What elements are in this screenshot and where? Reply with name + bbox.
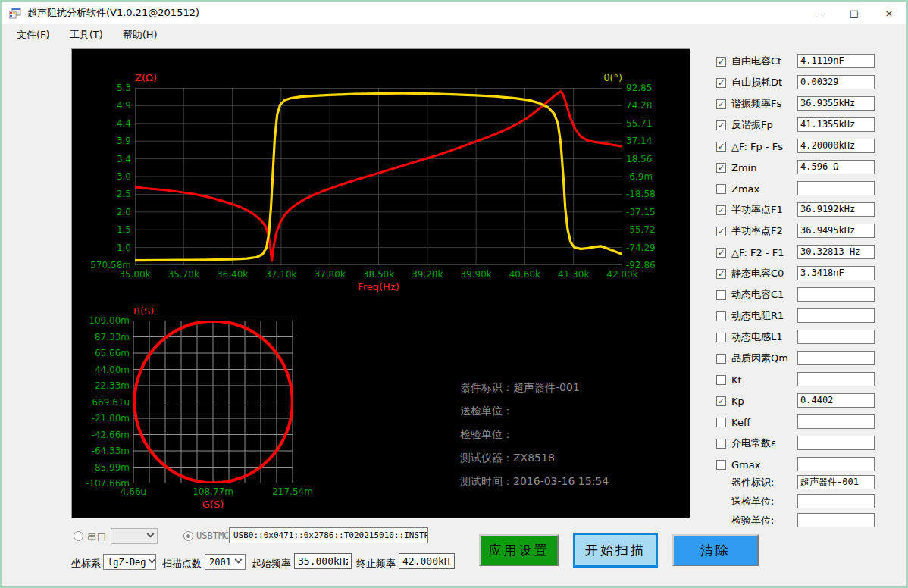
checkbox-c1[interactable] <box>716 290 726 300</box>
menu-tools[interactable]: 工具(T) <box>65 26 108 44</box>
checkbox-eps[interactable] <box>716 439 726 449</box>
axis-tick: 5.3 <box>117 83 131 93</box>
clear-button[interactable]: 清除 <box>672 534 759 566</box>
axis-tick: 42.00k <box>606 269 637 280</box>
axis-tick: 92.85 <box>626 83 652 93</box>
result-row-fs: ✓谐振频率Fs36.9355kHz <box>710 93 881 114</box>
value-c1[interactable] <box>797 287 875 302</box>
menu-file[interactable]: 文件(F) <box>12 26 55 44</box>
value-inspect-unit[interactable] <box>797 513 875 527</box>
value-dt[interactable]: 0.00329 <box>797 75 875 89</box>
label-gmax: Gmax <box>731 459 760 471</box>
axis-tick: -21.00m <box>92 413 130 424</box>
value-eps[interactable] <box>797 436 875 450</box>
value-submit-unit[interactable] <box>797 494 875 508</box>
checkbox-l1[interactable] <box>716 333 726 342</box>
admittance-plot-svg <box>133 321 293 483</box>
checkbox-zmin[interactable]: ✓ <box>716 163 726 173</box>
maximize-button[interactable]: □ <box>837 2 872 24</box>
checkbox-dt[interactable]: ✓ <box>716 78 726 88</box>
value-fs[interactable]: 36.9355kHz <box>797 96 875 111</box>
value-qm[interactable] <box>797 351 875 365</box>
results-footer: 器件标识:超声器件-001送检单位:检验单位: <box>710 473 881 530</box>
axis-tick: -85.99m <box>92 462 130 473</box>
checkbox-ct[interactable]: ✓ <box>716 57 726 67</box>
sweep-points-label: 扫描点数 <box>162 557 202 571</box>
chevron-down-icon <box>148 556 155 564</box>
value-f2[interactable]: 36.9495kHz <box>797 224 875 238</box>
serial-radio-label[interactable]: 串口 <box>87 530 107 544</box>
label-device-id: 器件标识: <box>731 476 794 489</box>
checkbox-f2[interactable]: ✓ <box>716 227 726 236</box>
value-zmin[interactable]: 4.596 Ω <box>797 160 875 174</box>
usbtmc-radio[interactable] <box>183 531 193 541</box>
checkbox-fs[interactable]: ✓ <box>716 99 726 109</box>
label-df-f2-f1: △F: F2 - F1 <box>731 247 784 258</box>
stop-freq-input[interactable] <box>399 553 455 569</box>
value-zmax[interactable] <box>797 181 875 195</box>
checkbox-f1[interactable]: ✓ <box>716 205 726 215</box>
coord-system-combo[interactable]: lgZ-Deg <box>103 554 156 570</box>
close-button[interactable]: × <box>872 2 906 24</box>
value-l1[interactable] <box>797 330 875 344</box>
result-row-f2: ✓半功率点F236.9495kHz <box>710 220 881 242</box>
coord-system-label: 坐标系 <box>71 557 101 571</box>
label-ct: 自由电容Ct <box>731 55 781 68</box>
value-fp[interactable]: 41.1355kHz <box>797 117 875 132</box>
value-kt[interactable] <box>797 372 875 386</box>
checkbox-df-f2-f1[interactable]: ✓ <box>716 248 726 258</box>
start-freq-label: 起始频率 <box>252 557 291 571</box>
value-f1[interactable]: 36.9192kHz <box>797 202 875 217</box>
result-row-kp: ✓Kp0.4402 <box>710 390 881 411</box>
checkbox-kp[interactable]: ✓ <box>716 396 726 406</box>
label-dt: 自由损耗Dt <box>731 76 782 89</box>
result-row-df-fp-fs: ✓△F: Fp - Fs4.20000kHz <box>710 136 881 157</box>
axis-tick: 4.4 <box>117 118 131 129</box>
start-freq-input[interactable] <box>294 553 352 569</box>
checkbox-df-fp-fs[interactable]: ✓ <box>716 142 726 152</box>
result-row-eps: 介电常数ε <box>710 433 881 454</box>
serial-radio[interactable] <box>74 531 83 541</box>
minimize-button[interactable]: — <box>802 2 837 24</box>
serial-port-combo[interactable] <box>111 528 158 544</box>
value-c0[interactable]: 3.3418nF <box>797 266 875 280</box>
apply-settings-button[interactable]: 应用设置 <box>479 534 559 566</box>
usbtmc-radio-label[interactable]: USBTMC <box>196 530 229 541</box>
label-fp: 反谐振Fp <box>731 118 773 132</box>
z-axis-title: Z(Ω) <box>135 72 157 83</box>
value-r1[interactable] <box>797 308 875 323</box>
checkbox-qm[interactable] <box>716 354 726 364</box>
usbtmc-address-value: USB0::0x0471::0x2786::T020215010::INSTR <box>233 530 428 540</box>
result-row-qm: 品质因素Qm <box>710 348 881 369</box>
test-info-block: 器件标识：超声器件-001送检单位：检验单位：测试仪器：ZX8518测试时间：2… <box>460 381 609 499</box>
axis-tick: -74.29 <box>626 242 656 253</box>
sweep-points-combo[interactable]: 2001 <box>205 554 246 570</box>
label-fs: 谐振频率Fs <box>731 97 781 111</box>
result-row-df-f2-f1: ✓△F: F2 - F130.32813 Hz <box>710 242 881 263</box>
axis-tick: 44.00m <box>95 364 130 375</box>
label-c0: 静态电容C0 <box>731 267 784 280</box>
value-gmax[interactable] <box>797 457 875 471</box>
footer-row-inspect-unit: 检验单位: <box>710 511 881 530</box>
start-scan-button[interactable]: 开始扫描 <box>573 533 658 568</box>
chevron-down-icon <box>235 556 243 564</box>
value-device-id[interactable]: 超声器件-001 <box>797 475 875 489</box>
value-keff[interactable] <box>797 414 875 429</box>
g-axis-title: G(S) <box>133 499 293 510</box>
checkbox-keff[interactable] <box>716 418 726 427</box>
impedance-y-right-ticks: 92.8574.2855.7137.1418.56-6.9m-18.58-37.… <box>626 88 684 265</box>
checkbox-fp[interactable]: ✓ <box>716 120 726 130</box>
coord-system-value: lgZ-Deg <box>108 557 146 568</box>
checkbox-kt[interactable] <box>716 375 726 385</box>
value-kp[interactable]: 0.4402 <box>797 393 875 408</box>
value-df-fp-fs[interactable]: 4.20000kHz <box>797 139 875 153</box>
checkbox-r1[interactable] <box>716 311 726 321</box>
usbtmc-address-combo[interactable]: USB0::0x0471::0x2786::T020215010::INSTR <box>229 527 428 543</box>
value-ct[interactable]: 4.1119nF <box>797 54 875 68</box>
menu-help[interactable]: 帮助(H) <box>118 26 162 44</box>
checkbox-c0[interactable]: ✓ <box>716 269 726 279</box>
label-f2: 半功率点F2 <box>731 224 783 238</box>
checkbox-gmax[interactable] <box>716 460 726 470</box>
value-df-f2-f1[interactable]: 30.32813 Hz <box>797 245 875 259</box>
checkbox-zmax[interactable] <box>716 184 726 194</box>
